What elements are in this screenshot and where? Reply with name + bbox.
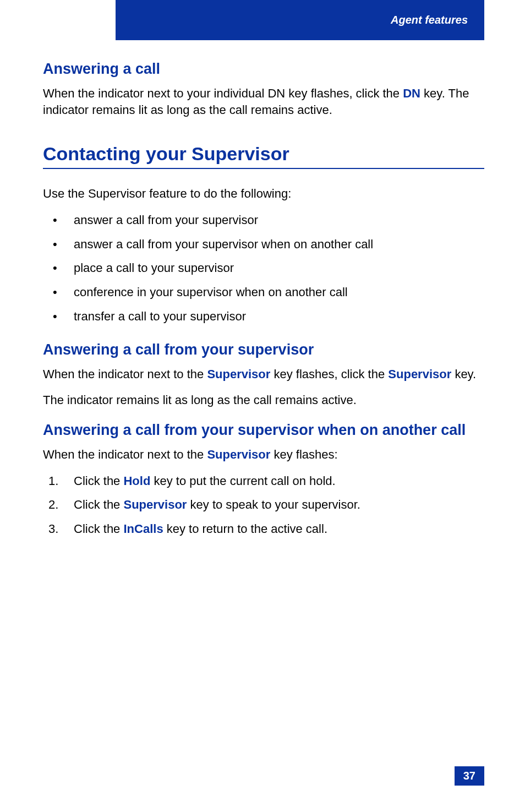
keyword-supervisor: Supervisor — [207, 367, 270, 381]
text: key to speak to your supervisor. — [187, 498, 360, 511]
keyword-supervisor: Supervisor — [388, 367, 451, 381]
paragraph: Use the Supervisor feature to do the fol… — [43, 186, 484, 202]
list-item: transfer a call to your supervisor — [43, 308, 484, 325]
feature-list: answer a call from your supervisor answe… — [43, 212, 484, 324]
step-item: Click the Supervisor key to speak to you… — [43, 497, 484, 513]
text: key flashes, click the — [270, 367, 388, 381]
page-content: Answering a call When the indicator next… — [43, 61, 484, 545]
text: When the indicator next to the — [43, 367, 207, 381]
keyword-hold: Hold — [123, 474, 150, 488]
header-title: Agent features — [391, 14, 468, 26]
list-item: answer a call from your supervisor — [43, 212, 484, 228]
paragraph: When the indicator next to the Superviso… — [43, 366, 484, 383]
list-item: place a call to your supervisor — [43, 260, 484, 276]
text: Click the — [74, 474, 123, 488]
list-item: answer a call from your supervisor when … — [43, 236, 484, 253]
text: key to put the current call on hold. — [150, 474, 335, 488]
list-item: conference in your supervisor when on an… — [43, 284, 484, 301]
page-number: 37 — [455, 766, 484, 786]
heading-answering-from-supervisor: Answering a call from your supervisor — [43, 341, 484, 358]
keyword-supervisor: Supervisor — [123, 498, 187, 511]
text: When the indicator next to the — [43, 448, 207, 461]
keyword-dn: DN — [403, 86, 420, 100]
header-bar: Agent features — [116, 0, 484, 40]
text: When the indicator next to your individu… — [43, 86, 403, 100]
paragraph: When the indicator next to the Superviso… — [43, 446, 484, 463]
text: key to return to the active call. — [163, 522, 327, 536]
text: key. — [451, 367, 476, 381]
step-item: Click the Hold key to put the current ca… — [43, 473, 484, 489]
heading-contacting-supervisor: Contacting your Supervisor — [43, 143, 484, 169]
text: Click the — [74, 522, 123, 536]
heading-answering-call: Answering a call — [43, 61, 484, 78]
paragraph: The indicator remains lit as long as the… — [43, 392, 484, 408]
steps-list: Click the Hold key to put the current ca… — [43, 473, 484, 537]
text: Click the — [74, 498, 123, 511]
keyword-supervisor: Supervisor — [207, 448, 270, 461]
text: key flashes: — [270, 448, 337, 461]
keyword-incalls: InCalls — [123, 522, 163, 536]
paragraph: When the indicator next to your individu… — [43, 85, 484, 118]
heading-answering-when-on-call: Answering a call from your supervisor wh… — [43, 422, 484, 439]
step-item: Click the InCalls key to return to the a… — [43, 521, 484, 537]
